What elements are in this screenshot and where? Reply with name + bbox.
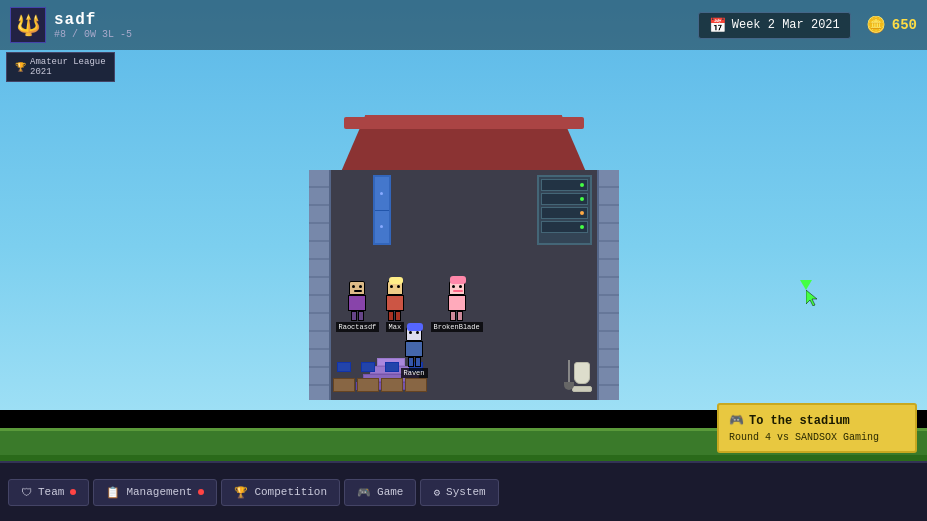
coin-icon: 🪙 [866, 15, 886, 35]
lockers [373, 175, 391, 245]
league-badge: 🏆 Amateur League 2021 [6, 52, 115, 82]
header-right: 📅 Week 2 Mar 2021 🪙 650 [698, 12, 917, 39]
management-icon: 📋 [106, 486, 120, 499]
team-stats: #8 / 0W 3L -5 [54, 29, 132, 40]
notification-icon: 🎮 [729, 413, 744, 428]
calendar-icon: 📅 [709, 17, 726, 34]
date-display: 📅 Week 2 Mar 2021 [698, 12, 851, 39]
taskbar: 🛡 Team 📋 Management 🏆 Competition 🎮 Game… [0, 461, 927, 521]
cursor-arrow [800, 280, 812, 290]
management-dot [198, 489, 204, 495]
league-year: 2021 [30, 67, 106, 77]
date-text: Week 2 Mar 2021 [732, 18, 840, 32]
notification-box[interactable]: 🎮 To the stadium Round 4 vs SANDSOX Gami… [717, 403, 917, 453]
toilet [574, 362, 590, 384]
league-name: Amateur League [30, 57, 106, 67]
svg-marker-0 [806, 290, 817, 306]
header-bar: 🔱 sadf #8 / 0W 3L -5 📅 Week 2 Mar 2021 🪙… [0, 0, 927, 50]
character-raoctasdf: Raoctasdf [336, 281, 380, 332]
team-dot [70, 489, 76, 495]
interior: Raoctasdf Max [331, 170, 597, 400]
character-raven: Raven [401, 327, 428, 378]
game-button[interactable]: 🎮 Game [344, 479, 416, 506]
coins-value: 650 [892, 17, 917, 33]
notification-subtitle: Round 4 vs SANDSOX Gaming [729, 432, 905, 443]
notification-title: 🎮 To the stadium [729, 413, 905, 428]
management-label: Management [126, 486, 192, 498]
team-logo: 🔱 [10, 7, 46, 43]
team-info: sadf #8 / 0W 3L -5 [54, 11, 132, 40]
game-icon: 🎮 [357, 486, 371, 499]
competition-button[interactable]: 🏆 Competition [221, 479, 340, 506]
system-icon: ⚙ [433, 486, 440, 499]
competition-label: Competition [254, 486, 327, 498]
team-icon: 🛡 [21, 486, 32, 499]
coins-display: 🪙 650 [866, 15, 917, 35]
notification-title-text: To the stadium [749, 414, 850, 428]
roof-ridge [344, 117, 584, 129]
system-label: System [446, 486, 486, 498]
game-container: 🔱 sadf #8 / 0W 3L -5 📅 Week 2 Mar 2021 🪙… [0, 0, 927, 521]
league-info: Amateur League 2021 [30, 57, 106, 77]
competition-icon: 🏆 [234, 486, 248, 499]
stone-wall-left [309, 170, 331, 400]
char-label-brokenblade: BrokenBlade [431, 322, 483, 332]
toilet-area [572, 362, 592, 392]
management-button[interactable]: 📋 Management [93, 479, 217, 506]
toilet-base [572, 386, 592, 392]
stone-wall-right [597, 170, 619, 400]
character-brokenblade: BrokenBlade [431, 281, 483, 332]
character-max: Max [386, 281, 405, 332]
system-button[interactable]: ⚙ System [420, 479, 498, 506]
server-rack [537, 175, 592, 245]
char-label-raoctasdf: Raoctasdf [336, 322, 380, 332]
team-label: Team [38, 486, 64, 498]
team-name: sadf [54, 11, 132, 29]
game-label: Game [377, 486, 403, 498]
plunger [566, 360, 572, 390]
team-button[interactable]: 🛡 Team [8, 479, 89, 506]
building: Raoctasdf Max [309, 115, 619, 400]
char-label-raven: Raven [401, 368, 428, 378]
league-icon: 🏆 [15, 62, 26, 73]
